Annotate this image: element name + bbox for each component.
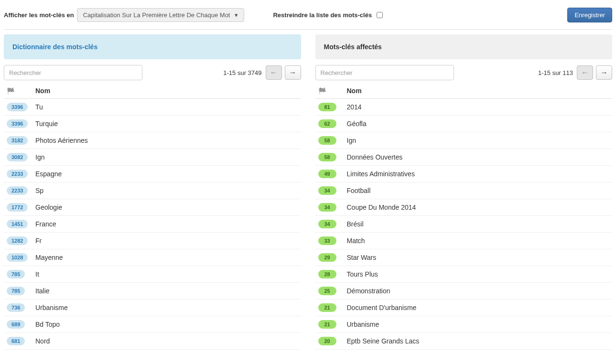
table-row[interactable]: 1772Geologie [4, 199, 301, 216]
display-mode-dropdown[interactable]: Capitalisation Sur La Première Lettre De… [77, 8, 245, 22]
table-row[interactable]: 58Ign [315, 132, 613, 149]
count-badge: 34 [318, 220, 336, 228]
keyword-name: Ign [344, 132, 613, 149]
count-badge: 681 [7, 337, 25, 345]
table-row[interactable]: 49Limites Administratives [315, 166, 613, 182]
count-header[interactable]: 🏁 [315, 83, 344, 99]
restrict-label: Restreindre la liste des mots-clés [273, 11, 372, 19]
keyword-name: Nord [32, 333, 301, 350]
restrict-checkbox[interactable] [377, 12, 383, 18]
table-row[interactable]: 3396Tu [4, 99, 301, 116]
count-badge: 1451 [7, 220, 28, 228]
count-badge: 3182 [7, 136, 28, 145]
count-badge: 785 [7, 287, 25, 295]
count-badge: 21 [318, 320, 336, 329]
keyword-name: Photos Aériennes [32, 132, 301, 149]
keyword-name: Eptb Seine Grands Lacs [344, 333, 613, 350]
assigned-pager-text: 1-15 sur 113 [538, 69, 573, 76]
table-row[interactable]: 62Géofla [315, 116, 613, 132]
count-badge: 49 [318, 170, 336, 178]
name-header[interactable]: Nom [32, 83, 301, 99]
table-row[interactable]: 21Urbanisme [315, 316, 613, 333]
keyword-name: Football [344, 182, 613, 199]
count-badge: 21 [318, 303, 336, 312]
arrow-right-icon: → [600, 68, 608, 77]
count-header[interactable]: 🏁 [4, 83, 32, 99]
table-row[interactable]: 34Football [315, 182, 613, 199]
dictionary-table: 🏁 Nom 3396Tu3396Turquie3182Photos Aérien… [4, 83, 301, 350]
arrow-left-icon: ← [270, 68, 278, 77]
keyword-name: Bd Topo [32, 316, 301, 333]
table-row[interactable]: 34Brésil [315, 216, 613, 233]
restrict-group: Restreindre la liste des mots-clés [273, 11, 383, 19]
dictionary-search-input[interactable] [4, 65, 142, 80]
table-row[interactable]: 2233Sp [4, 182, 301, 199]
table-row[interactable]: 785Italie [4, 283, 301, 300]
save-button[interactable]: Enregistrer [567, 8, 612, 22]
table-row[interactable]: 1028Mayenne [4, 249, 301, 266]
count-badge: 29 [318, 253, 336, 262]
keyword-name: Geologie [32, 199, 301, 216]
table-row[interactable]: 34Coupe Du Monde 2014 [315, 199, 613, 216]
chevron-down-icon: ▾ [235, 11, 238, 19]
dashboard-icon: 🏁 [318, 87, 326, 95]
display-label: Afficher les mot-clés en [4, 11, 74, 19]
dictionary-header[interactable]: Dictionnaire des mots-clés [4, 34, 301, 59]
keyword-name: Match [344, 233, 613, 249]
assigned-header[interactable]: Mots-clés affectés [315, 34, 613, 59]
dictionary-prev-button[interactable]: ← [266, 65, 282, 80]
assigned-toolbar: 1-15 sur 113 ← → [315, 65, 613, 80]
table-row[interactable]: 3396Turquie [4, 116, 301, 132]
count-badge: 1028 [7, 253, 28, 262]
keyword-name: France [32, 216, 301, 233]
keyword-name: Tours Plus [344, 266, 613, 283]
table-row[interactable]: 28Tours Plus [315, 266, 613, 283]
keyword-name: Italie [32, 283, 301, 300]
table-row[interactable]: 785It [4, 266, 301, 283]
keyword-name: Sp [32, 182, 301, 199]
keyword-name: Urbanisme [344, 316, 613, 333]
count-badge: 34 [318, 186, 336, 195]
table-row[interactable]: 1451France [4, 216, 301, 233]
dictionary-next-button[interactable]: → [285, 65, 301, 80]
keyword-name: Document D'urbanisme [344, 300, 613, 316]
table-row[interactable]: 1282Fr [4, 233, 301, 249]
keyword-name: 2014 [344, 99, 613, 116]
table-row[interactable]: 21Document D'urbanisme [315, 300, 613, 316]
keyword-name: Brésil [344, 216, 613, 233]
keyword-name: It [32, 266, 301, 283]
dictionary-panel: Dictionnaire des mots-clés 1-15 sur 3749… [4, 34, 301, 350]
table-row[interactable]: 736Urbanisme [4, 300, 301, 316]
table-row[interactable]: 33Match [315, 233, 613, 249]
assigned-prev-button[interactable]: ← [577, 65, 593, 80]
keyword-name: Fr [32, 233, 301, 249]
keyword-name: Limites Administratives [344, 166, 613, 182]
table-row[interactable]: 681Nord [4, 333, 301, 350]
table-row[interactable]: 3182Photos Aériennes [4, 132, 301, 149]
arrow-left-icon: ← [581, 68, 589, 77]
table-row[interactable]: 29Star Wars [315, 249, 613, 266]
keyword-name: Mayenne [32, 249, 301, 266]
table-row[interactable]: 812014 [315, 99, 613, 116]
assigned-next-button[interactable]: → [596, 65, 612, 80]
count-badge: 785 [7, 270, 25, 278]
assigned-search-input[interactable] [315, 65, 454, 80]
table-row[interactable]: 2233Espagne [4, 166, 301, 182]
table-row[interactable]: 3082Ign [4, 149, 301, 166]
arrow-right-icon: → [289, 68, 297, 77]
count-badge: 62 [318, 119, 336, 128]
dropdown-value: Capitalisation Sur La Première Lettre De… [83, 11, 230, 19]
table-row[interactable]: 689Bd Topo [4, 316, 301, 333]
count-badge: 3396 [7, 119, 28, 128]
count-badge: 58 [318, 153, 336, 161]
table-row[interactable]: 20Eptb Seine Grands Lacs [315, 333, 613, 350]
keyword-name: Star Wars [344, 249, 613, 266]
table-row[interactable]: 25Démonstration [315, 283, 613, 300]
count-badge: 1282 [7, 236, 28, 245]
count-badge: 2233 [7, 186, 28, 195]
keyword-name: Coupe Du Monde 2014 [344, 199, 613, 216]
name-header[interactable]: Nom [344, 83, 613, 99]
count-badge: 28 [318, 270, 336, 278]
table-row[interactable]: 58Données Ouvertes [315, 149, 613, 166]
dashboard-icon: 🏁 [7, 87, 14, 95]
